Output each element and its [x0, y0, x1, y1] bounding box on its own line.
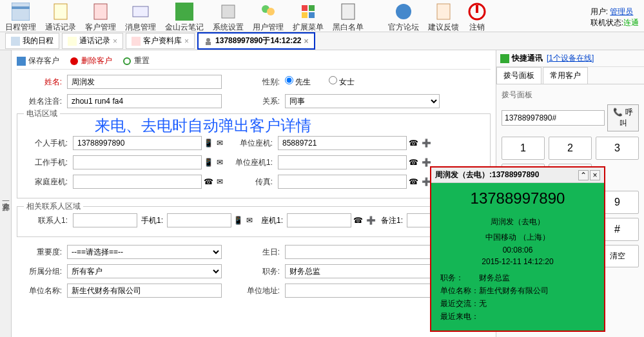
relation-select[interactable]: 同事: [285, 94, 440, 108]
db-icon: [132, 37, 141, 46]
tab-calllog[interactable]: 通话记录×: [62, 33, 123, 49]
calendar-icon: [12, 3, 30, 21]
add-icon[interactable]: ➕: [422, 158, 431, 167]
office-input[interactable]: [278, 136, 407, 150]
toolbar-users[interactable]: 用户管理: [253, 3, 284, 33]
phone-icon[interactable]: ☎: [409, 158, 418, 167]
dial-tab[interactable]: 拨号面板: [496, 67, 542, 84]
svg-rect-13: [342, 4, 355, 19]
save-button[interactable]: 保存客户: [17, 55, 59, 66]
address-input[interactable]: [285, 284, 440, 298]
devices-link[interactable]: [1个设备在线]: [547, 53, 594, 64]
dial-2[interactable]: 2: [549, 137, 592, 160]
popup-minimize[interactable]: ⌃: [578, 170, 589, 180]
svg-rect-6: [222, 5, 235, 18]
user-info: 用户: 管理员 联机状态:连通: [590, 3, 639, 28]
phone-icon[interactable]: ☎: [409, 139, 418, 148]
logout-icon: [468, 3, 486, 21]
delete-button[interactable]: 删除客户: [70, 55, 112, 66]
call-popup: 周润发（去电）:13788997890 ⌃ × 13788997890 周润发（…: [430, 166, 605, 332]
contact1-input[interactable]: [73, 213, 137, 227]
phone-icon[interactable]: ☎: [204, 177, 213, 186]
phone-icon[interactable]: 📱: [204, 139, 213, 148]
fax-input[interactable]: [278, 175, 407, 189]
user-name-link[interactable]: 管理员: [610, 7, 633, 16]
sms-icon[interactable]: ✉: [217, 139, 226, 148]
tab-schedule[interactable]: 我的日程: [5, 33, 59, 49]
overlay-hint: 来电、去电时自动弹出客户详情: [95, 115, 311, 136]
toolbar-note[interactable]: 金山云笔记: [165, 3, 204, 33]
toolbar-calllog[interactable]: 通话记录: [45, 3, 76, 33]
gender-male-radio[interactable]: 先生: [285, 77, 311, 86]
toolbar-blacklist[interactable]: 黑白名单: [333, 3, 364, 33]
close-icon[interactable]: ×: [184, 37, 189, 46]
delete-icon: [70, 57, 79, 66]
close-icon[interactable]: ×: [304, 37, 308, 46]
priority-select[interactable]: --==请选择==--: [67, 245, 222, 259]
close-icon[interactable]: ×: [113, 37, 117, 46]
toolbar-customer[interactable]: 客户管理: [85, 3, 116, 33]
contact-section: 相关联系人区域 联系人1: 手机1: 📱✉ 座机1: ☎➕ 备注1:: [17, 206, 491, 237]
comm-icon: [500, 54, 509, 63]
mobile-input[interactable]: [73, 136, 202, 150]
add-icon[interactable]: ➕: [366, 216, 375, 225]
job-input[interactable]: [285, 264, 440, 278]
group-select[interactable]: 所有客户: [67, 264, 222, 278]
svg-rect-10: [309, 5, 315, 11]
office1-input[interactable]: [278, 155, 407, 169]
dial-3[interactable]: 3: [596, 137, 639, 160]
toolbar-settings[interactable]: 系统设置: [213, 3, 244, 33]
pinyin-input[interactable]: [67, 94, 222, 108]
customer-form: 保存客户 删除客户 重置 姓名: 性别: 先生 女士 姓名注音: 关系: 同事 …: [12, 50, 496, 337]
toolbar-forum[interactable]: 官方论坛: [388, 3, 419, 33]
toolbar-extend[interactable]: 扩展菜单: [293, 3, 324, 33]
sms-icon[interactable]: ✉: [246, 216, 255, 225]
blacklist-icon: [339, 3, 357, 21]
dial-1[interactable]: 1: [502, 137, 545, 160]
toolbar-message[interactable]: 消息管理: [125, 3, 156, 33]
sidebar-collapse[interactable]: 客户一览: [0, 50, 12, 337]
name-input[interactable]: [67, 75, 222, 89]
toolbar-logout[interactable]: 注销: [468, 3, 486, 33]
feedback-icon: [434, 3, 453, 21]
toolbar-schedule[interactable]: 日程管理: [5, 3, 36, 33]
svg-rect-23: [17, 57, 26, 66]
svg-rect-19: [68, 37, 77, 46]
reset-icon: [122, 57, 132, 66]
freq-tab[interactable]: 常用客户: [543, 67, 588, 84]
t1-input[interactable]: [287, 213, 351, 227]
m1-input[interactable]: [167, 213, 231, 227]
tab-callrecord[interactable]: 13788997890于14:12:22×: [197, 32, 315, 50]
add-icon[interactable]: ➕: [422, 139, 431, 148]
phone-icon[interactable]: 📱: [204, 158, 213, 167]
svg-rect-12: [309, 12, 315, 18]
phone-icon[interactable]: ☎: [409, 177, 418, 186]
company-input[interactable]: [67, 284, 222, 298]
document-tabs: 我的日程 通话记录× 客户资料库× 13788997890于14:12:22×: [0, 32, 644, 50]
svg-rect-3: [94, 4, 107, 19]
phone-icon[interactable]: ☎: [353, 216, 362, 225]
phone-icon[interactable]: 📱: [233, 216, 242, 225]
popup-close[interactable]: ×: [590, 170, 600, 180]
gender-female-radio[interactable]: 女士: [329, 77, 355, 86]
call-button[interactable]: 📞 呼叫: [607, 104, 639, 131]
svg-point-21: [206, 38, 210, 42]
birthday-input[interactable]: [285, 245, 440, 259]
svg-rect-9: [302, 5, 307, 11]
toolbar-feedback[interactable]: 建议反馈: [428, 3, 459, 33]
sms-icon[interactable]: ✉: [217, 177, 226, 186]
person-icon: [204, 37, 213, 46]
add-icon[interactable]: ➕: [422, 177, 431, 186]
home-input[interactable]: [73, 175, 202, 189]
svg-rect-0: [12, 3, 30, 21]
settings-icon: [219, 3, 237, 21]
svg-rect-15: [437, 4, 450, 19]
pinyin-label: 姓名注音:: [17, 96, 62, 107]
dial-number-input[interactable]: [502, 110, 605, 126]
reset-button[interactable]: 重置: [122, 55, 150, 66]
sms-icon[interactable]: ✉: [217, 158, 226, 167]
tab-customerdb[interactable]: 客户资料库×: [126, 33, 195, 49]
note-icon: [175, 3, 193, 21]
work-mobile-input[interactable]: [73, 155, 202, 169]
svg-rect-11: [302, 12, 307, 18]
